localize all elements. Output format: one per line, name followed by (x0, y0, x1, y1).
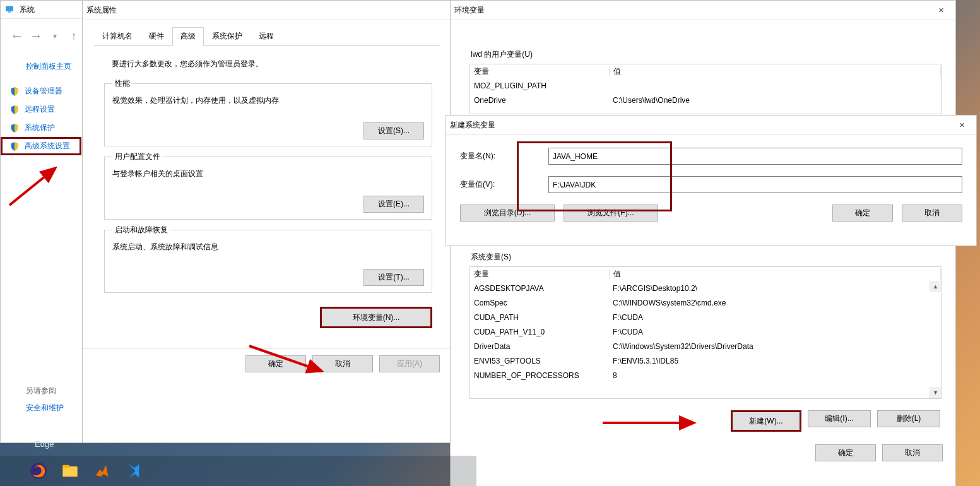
sysprop-tabs: 计算机名 硬件 高级 系统保护 远程 (94, 28, 440, 46)
sysprop-title: 系统属性 (86, 5, 117, 16)
control-panel-home-link[interactable]: 控制面板主页 (26, 61, 81, 72)
sys-new-button[interactable]: 新建(W)... (731, 410, 801, 432)
tab-protection[interactable]: 系统保护 (204, 27, 251, 46)
sidebar-item-protection[interactable]: 系统保护 (1, 119, 81, 137)
sys-delete-button[interactable]: 删除(L) (877, 410, 940, 427)
col-var[interactable]: 变量 (470, 269, 610, 280)
env-cancel-button[interactable]: 取消 (882, 444, 943, 461)
col-val[interactable]: 值 (610, 269, 941, 280)
sys-vars-list[interactable]: AGSDESKTOPJAVAF:\ARCGIS\Desktop10.2\ Com… (469, 281, 942, 399)
perf-desc: 视觉效果，处理器计划，内存使用，以及虚拟内存 (112, 95, 424, 106)
env-ok-button[interactable]: 确定 (815, 444, 876, 461)
user-list-header: 变量 值 (469, 64, 942, 78)
newvar-cancel-button[interactable]: 取消 (902, 204, 962, 222)
table-row: NUMBER_OF_PROCESSORS8 (470, 368, 941, 382)
nav-dropdown-icon[interactable]: ▾ (50, 31, 60, 41)
tab-remote[interactable]: 远程 (251, 27, 282, 46)
table-row: CUDA_PATHF:\CUDA (470, 310, 941, 324)
sysprop-titlebar[interactable]: 系统属性 (83, 1, 450, 20)
file-explorer-icon[interactable] (57, 458, 83, 484)
sysprop-apply-button[interactable]: 应用(A) (379, 355, 440, 372)
newvar-title: 新建系统变量 (450, 120, 495, 131)
sysprop-ok-button[interactable]: 确定 (245, 355, 306, 372)
browse-file-button[interactable]: 浏览文件(F)... (564, 204, 658, 222)
shield-icon (9, 86, 20, 97)
sys-vars-label: 系统变量(S) (471, 252, 942, 263)
shield-icon (9, 105, 20, 115)
table-row: CUDA_PATH_V11_0F:\CUDA (470, 324, 941, 339)
col-val[interactable]: 值 (610, 66, 941, 77)
startup-legend: 启动和故障恢复 (112, 225, 170, 235)
env-titlebar[interactable]: 环境变量 (451, 1, 955, 20)
system-title: 系统 (20, 4, 35, 15)
sidebar-item-device-manager[interactable]: 设备管理器 (1, 82, 81, 100)
shield-icon (9, 123, 20, 133)
var-name-label: 变量名(N): (460, 151, 548, 162)
startup-settings-button[interactable]: 设置(T)... (363, 269, 424, 286)
var-name-row: 变量名(N): (460, 148, 962, 165)
table-row: ENVI53_GPTOOLSF:\ENVI5.3.1\IDL85 (470, 353, 941, 368)
newvar-ok-button[interactable]: 确定 (832, 204, 893, 222)
svg-rect-0 (6, 6, 13, 11)
startup-group: 启动和故障恢复 系统启动、系统故障和调试信息 设置(T)... (104, 225, 432, 293)
table-row: AGSDESKTOPJAVAF:\ARCGIS\Desktop10.2\ (470, 281, 941, 295)
system-sidebar: 控制面板主页 设备管理器 远程设置 系统保护 高级系统设置 (1, 61, 81, 155)
nav-up-icon[interactable]: ↑ (69, 31, 79, 41)
computer-icon (4, 4, 15, 15)
perf-group: 性能 视觉效果，处理器计划，内存使用，以及虚拟内存 设置(S)... (104, 78, 432, 146)
startup-desc: 系统启动、系统故障和调试信息 (112, 242, 424, 252)
sidebar-item-label: 远程设置 (25, 104, 55, 115)
firefox-icon[interactable] (25, 458, 52, 484)
user-vars-label: lwd 的用户变量(U) (471, 49, 942, 60)
newvar-titlebar[interactable]: 新建系统变量 (446, 116, 976, 135)
nav-fwd-icon[interactable]: → (31, 31, 41, 41)
sidebar-item-advanced[interactable]: 高级系统设置 (1, 137, 81, 155)
scroll-up-icon[interactable]: ▲ (930, 281, 941, 292)
new-sys-var-dialog: 新建系统变量 变量名(N): 变量值(V): 浏览目录(D)... 浏览文件(F… (446, 115, 977, 246)
col-var[interactable]: 变量 (470, 66, 610, 77)
perf-settings-button[interactable]: 设置(S)... (363, 122, 424, 139)
perf-legend: 性能 (112, 78, 133, 89)
env-vars-button[interactable]: 环境变量(N)... (320, 307, 432, 328)
var-value-input[interactable] (548, 176, 962, 193)
sidebar-item-label: 系统保护 (25, 122, 55, 133)
var-value-label: 变量值(V): (460, 179, 548, 190)
env-title: 环境变量 (454, 5, 485, 16)
tab-computer-name[interactable]: 计算机名 (94, 27, 141, 46)
sysprop-cancel-button[interactable]: 取消 (312, 355, 373, 372)
nav-back-icon[interactable]: ← (12, 31, 22, 41)
sidebar-item-remote[interactable]: 远程设置 (1, 100, 81, 119)
user-vars-list[interactable]: MOZ_PLUGIN_PATH OneDriveC:\Users\lwd\One… (469, 78, 942, 114)
sys-vars-buttons: 新建(W)... 编辑(I)... 删除(L) (469, 410, 940, 432)
close-icon[interactable] (947, 116, 976, 134)
profile-settings-button[interactable]: 设置(E)... (363, 196, 424, 213)
svg-rect-7 (62, 465, 69, 468)
system-properties-dialog: 系统属性 计算机名 硬件 高级 系统保护 远程 要进行大多数更改，您必须作为管理… (82, 0, 451, 443)
taskbar (0, 456, 476, 486)
profile-desc: 与登录帐户相关的桌面设置 (112, 169, 424, 179)
matlab-icon[interactable] (88, 458, 115, 484)
vscode-icon[interactable] (120, 458, 146, 484)
sys-edit-button[interactable]: 编辑(I)... (808, 410, 871, 427)
browse-dir-button[interactable]: 浏览目录(D)... (460, 204, 555, 222)
close-icon[interactable] (926, 1, 955, 20)
table-row: OneDriveC:\Users\lwd\OneDrive (470, 93, 941, 107)
sysprop-panel: 要进行大多数更改，您必须作为管理员登录。 性能 视觉效果，处理器计划，内存使用，… (93, 46, 440, 333)
security-maint-link[interactable]: 安全和维护 (26, 403, 64, 413)
profile-group: 用户配置文件 与登录帐户相关的桌面设置 设置(E)... (104, 151, 432, 220)
tab-hardware[interactable]: 硬件 (141, 27, 172, 46)
table-row: ComSpecC:\WINDOWS\system32\cmd.exe (470, 295, 941, 310)
var-name-input[interactable] (548, 148, 962, 165)
env-bottom: 确定 取消 (451, 437, 955, 469)
tab-advanced[interactable]: 高级 (172, 27, 204, 46)
scroll-down-icon[interactable]: ▼ (930, 387, 941, 398)
table-row: MOZ_PLUGIN_PATH (470, 78, 941, 93)
shield-icon (9, 141, 20, 151)
sidebar-item-label: 设备管理器 (25, 86, 62, 97)
desktop-icon-label: Edge (35, 439, 54, 449)
sysprop-bottom: 确定 取消 应用(A) (83, 348, 450, 380)
sidebar-item-label: 高级系统设置 (25, 141, 70, 151)
admin-note: 要进行大多数更改，您必须作为管理员登录。 (112, 59, 432, 69)
also-see: 另请参阅 安全和维护 (26, 386, 64, 413)
var-value-row: 变量值(V): (460, 176, 962, 193)
